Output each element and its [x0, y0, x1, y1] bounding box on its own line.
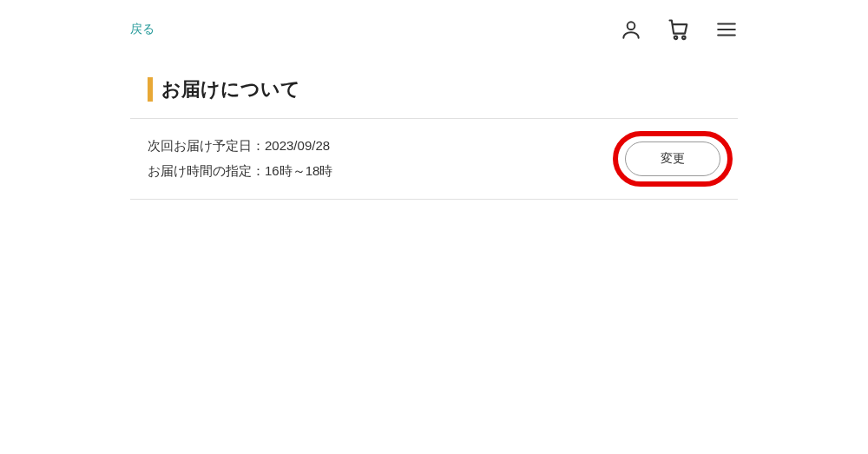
header: 戻る — [130, 0, 738, 59]
delivery-date-line: 次回お届け予定日：2023/09/28 — [148, 138, 332, 155]
delivery-date-value: 2023/09/28 — [265, 138, 330, 153]
delivery-box: 次回お届け予定日：2023/09/28 お届け時間の指定：16時～18時 変更 — [130, 118, 738, 200]
delivery-date-label: 次回お届け予定日： — [148, 138, 265, 153]
delivery-time-label: お届け時間の指定： — [148, 163, 265, 178]
section-title: お届けについて — [161, 76, 300, 102]
svg-point-0 — [628, 22, 635, 30]
delivery-time-line: お届け時間の指定：16時～18時 — [148, 163, 332, 180]
menu-icon — [715, 18, 738, 41]
change-button-wrap: 変更 — [625, 141, 720, 176]
cart-icon — [667, 17, 691, 42]
delivery-time-value: 16時～18時 — [265, 163, 332, 178]
header-icons — [620, 17, 738, 42]
user-icon — [620, 18, 642, 41]
change-button[interactable]: 変更 — [625, 141, 720, 176]
section-header: お届けについて — [148, 76, 738, 102]
account-button[interactable] — [620, 18, 642, 41]
section-accent-bar — [148, 77, 153, 102]
delivery-info: 次回お届け予定日：2023/09/28 お届け時間の指定：16時～18時 — [148, 138, 332, 180]
back-link[interactable]: 戻る — [130, 22, 155, 37]
svg-point-2 — [682, 36, 686, 40]
cart-button[interactable] — [667, 17, 691, 42]
menu-button[interactable] — [715, 18, 738, 41]
svg-point-1 — [674, 36, 678, 40]
